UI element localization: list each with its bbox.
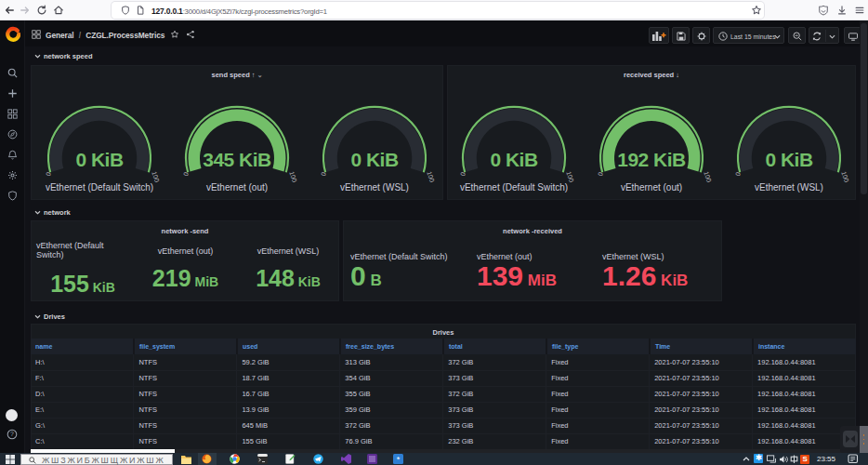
svg-text:?: ? — [10, 431, 14, 437]
svg-text:*: * — [397, 455, 401, 464]
